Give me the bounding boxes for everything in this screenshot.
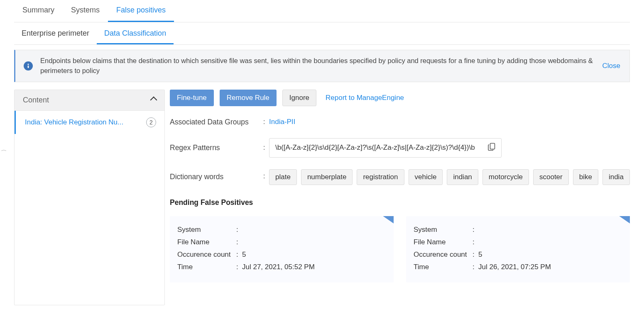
card-time-label: Time xyxy=(177,263,236,271)
card-system-value xyxy=(242,226,387,234)
top-tabs: Summary Systems False positives xyxy=(14,0,630,22)
sub-tabs: Enterprise perimeter Data Classification xyxy=(14,24,630,45)
dictionary-chip: scooter xyxy=(533,169,569,185)
card-time-label: Time xyxy=(414,263,473,271)
dictionary-chip: plate xyxy=(269,169,297,185)
pending-card[interactable]: System:File Name:Occurence count:5Time:J… xyxy=(170,216,394,282)
svg-rect-1 xyxy=(28,66,29,68)
ignore-button[interactable]: Ignore xyxy=(282,90,316,106)
card-system-label: System xyxy=(177,226,236,234)
regex-label: Regex Patterns xyxy=(170,144,263,152)
card-system-value xyxy=(478,226,623,234)
sidebar-section-label: Content xyxy=(23,96,49,105)
sidebar-item-india-vehicle[interactable]: India: Vehicle Registration Nu... 2 xyxy=(15,111,164,134)
regex-pattern-box: \b([A-Za-z]{2}\s\d{2}[A-Za-z]?\s([A-Za-z… xyxy=(269,138,502,158)
subtab-data-classification[interactable]: Data Classification xyxy=(97,24,174,44)
dictionary-chip: vehicle xyxy=(409,169,443,185)
tab-false-positives[interactable]: False positives xyxy=(108,0,174,22)
dictionary-chip: motorcycle xyxy=(482,169,529,185)
alert-message: Endpoints below claims that the destinat… xyxy=(40,56,595,76)
pending-cards: System:File Name:Occurence count:5Time:J… xyxy=(170,216,630,282)
dictionary-chips: platenumberplateregistrationvehicleindia… xyxy=(269,169,630,185)
card-occur-label: Occurence count xyxy=(177,251,236,259)
action-bar: Fine-tune Remove Rule Ignore Report to M… xyxy=(170,90,630,106)
alert-close-link[interactable]: Close xyxy=(602,61,620,71)
card-occur-label: Occurence count xyxy=(414,251,473,259)
card-occur-value: 5 xyxy=(478,251,623,259)
pending-card[interactable]: System:File Name:Occurence count:5Time:J… xyxy=(406,216,630,282)
info-alert: Endpoints below claims that the destinat… xyxy=(14,50,630,82)
card-file-value xyxy=(242,238,387,246)
pending-title: Pending False Positives xyxy=(170,198,630,207)
main-panel: Fine-tune Remove Rule Ignore Report to M… xyxy=(170,90,630,305)
tab-systems[interactable]: Systems xyxy=(63,0,108,22)
dictionary-label: Dictionary words xyxy=(170,169,263,181)
copy-icon[interactable] xyxy=(488,143,495,153)
report-link[interactable]: Report to ManageEngine xyxy=(322,94,404,102)
dictionary-chip: indian xyxy=(447,169,478,185)
remove-rule-button[interactable]: Remove Rule xyxy=(220,90,277,106)
dictionary-chip: bike xyxy=(573,169,598,185)
fine-tune-button[interactable]: Fine-tune xyxy=(170,90,214,106)
card-system-label: System xyxy=(414,226,473,234)
sidebar-item-count: 2 xyxy=(146,117,156,127)
card-time-value: Jul 26, 2021, 07:25 PM xyxy=(478,263,623,271)
chevron-up-icon xyxy=(150,97,157,104)
dictionary-chip: numberplate xyxy=(301,169,353,185)
dictionary-chip: registration xyxy=(357,169,404,185)
info-icon xyxy=(24,61,33,71)
dictionary-chip: india xyxy=(602,169,630,185)
svg-point-0 xyxy=(27,63,29,65)
card-file-label: File Name xyxy=(414,238,473,246)
assoc-groups-label: Associated Data Groups xyxy=(170,118,263,127)
subtab-enterprise-perimeter[interactable]: Enterprise perimeter xyxy=(14,24,97,44)
card-file-label: File Name xyxy=(177,238,236,246)
regex-pattern-text: \b([A-Za-z]{2}\s\d{2}[A-Za-z]?\s([A-Za-z… xyxy=(275,144,480,152)
content-sidebar: Content India: Vehicle Registration Nu..… xyxy=(14,90,165,305)
card-time-value: Jul 27, 2021, 05:52 PM xyxy=(242,263,387,271)
svg-rect-2 xyxy=(490,143,495,149)
left-collapse-handle[interactable]: ⟨ xyxy=(1,149,7,151)
assoc-groups-link[interactable]: India-PII xyxy=(269,118,295,126)
card-occur-value: 5 xyxy=(242,251,387,259)
sidebar-section-toggle[interactable]: Content xyxy=(15,90,164,111)
card-file-value xyxy=(478,238,623,246)
sidebar-item-label: India: Vehicle Registration Nu... xyxy=(25,118,123,127)
tab-summary[interactable]: Summary xyxy=(14,0,63,22)
